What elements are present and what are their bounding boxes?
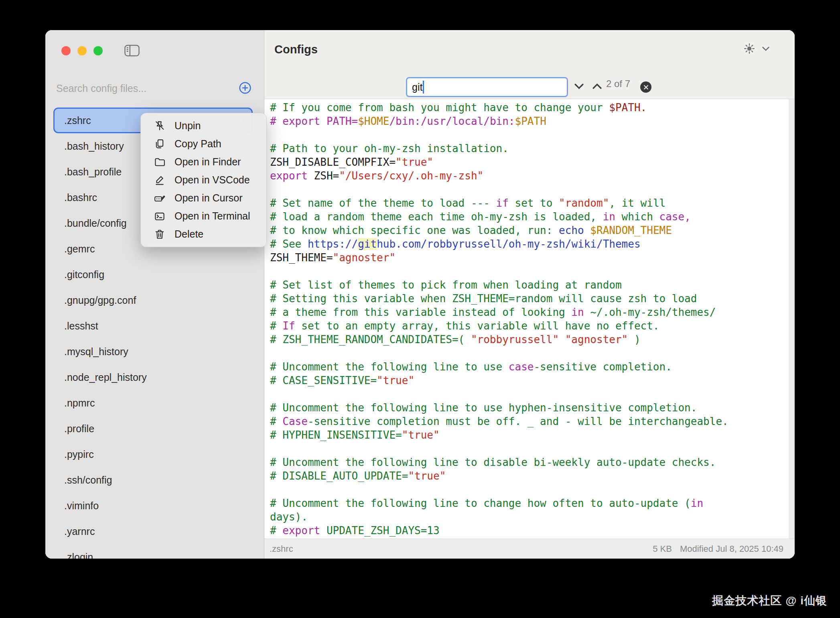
app-window: Search config files... .zshrc.bash_histo…: [45, 30, 795, 559]
sidebar-item-label: .viminfo: [64, 500, 99, 512]
sidebar-item-label: .zshrc: [64, 115, 91, 126]
menu-item-label: Unpin: [174, 120, 201, 132]
code-editor[interactable]: # If you come from bash you might have t…: [264, 99, 789, 539]
find-query-text: git: [412, 81, 422, 93]
sidebar-item-yarnrc[interactable]: .yarnrc: [53, 518, 253, 544]
sidebar-item-label: .bundle/config: [64, 218, 127, 229]
code-line: # Setting this variable when ZSH_THEME=r…: [270, 292, 789, 305]
code-line: # HYPHEN_INSENSITIVE="true": [270, 428, 789, 442]
code-line: # If set to an empty array, this variabl…: [270, 319, 789, 333]
code-line: # If you come from bash you might have t…: [270, 101, 789, 114]
sidebar-item-zlogin[interactable]: .zlogin: [53, 544, 253, 559]
code-line: export ZSH="/Users/cxy/.oh-my-zsh": [270, 169, 789, 183]
page-title: Configs: [274, 30, 318, 69]
sidebar-item-ssh-config[interactable]: .ssh/config: [53, 467, 253, 493]
search-match-highlight: git: [358, 238, 377, 250]
watermark: 掘金技术社区 @ i仙银: [712, 593, 827, 608]
find-close-button[interactable]: [640, 81, 651, 93]
code-line: [270, 264, 789, 278]
code-line: # export UPDATE_ZSH_DAYS=13: [270, 524, 789, 537]
code-line: [270, 442, 789, 455]
sidebar-item-label: .gemrc: [64, 243, 95, 255]
text-caret: [423, 81, 424, 94]
sidebar-item-label: .bash_profile: [64, 166, 122, 178]
code-line: # a theme from this variable instead of …: [270, 305, 789, 319]
sidebar-item-node-repl-history[interactable]: .node_repl_history: [53, 364, 253, 390]
match-count: 2 of 7: [606, 69, 630, 99]
code-line: [270, 387, 789, 401]
sidebar-item-pypirc[interactable]: .pypirc: [53, 441, 253, 467]
screen: Search config files... .zshrc.bash_histo…: [0, 0, 840, 618]
sidebar-item-lesshst[interactable]: .lesshst: [53, 313, 253, 339]
code-line: # Set list of themes to pick from when l…: [270, 278, 789, 292]
code-line: # Path to your oh-my-zsh installation.: [270, 142, 789, 155]
appearance-menu-button[interactable]: [743, 43, 771, 55]
chevron-down-icon: [762, 46, 770, 53]
menu-item-open-in-cursor[interactable]: Open in Cursor: [141, 189, 266, 207]
code-line: # Uncomment the following line to use hy…: [270, 401, 789, 415]
menu-item-delete[interactable]: Delete: [141, 225, 266, 243]
sidebar-item-label: .ssh/config: [64, 474, 112, 486]
sun-icon: [743, 43, 755, 56]
content-pane: Configs: [264, 30, 795, 559]
code-line: # CASE_SENSITIVE="true": [270, 374, 789, 387]
sidebar-item-profile[interactable]: .profile: [53, 416, 253, 441]
find-bar: git 2 of 7: [264, 69, 795, 99]
sidebar-item-label: .profile: [64, 423, 94, 435]
status-modified: Modified Jul 8, 2025 10:49: [680, 544, 783, 554]
code-line: # ZSH_THEME_RANDOM_CANDIDATES=( "robbyru…: [270, 333, 789, 346]
code-line: # Uncomment the following line to use ca…: [270, 360, 789, 374]
menu-item-open-in-vscode[interactable]: Open in VSCode: [141, 171, 266, 189]
menu-item-open-in-terminal[interactable]: Open in Terminal: [141, 207, 266, 225]
traffic-zoom-button[interactable]: [93, 46, 103, 55]
menu-item-open-in-finder[interactable]: Open in Finder: [141, 153, 266, 171]
scrollbar[interactable]: [789, 99, 795, 539]
sidebar-item-label: .zlogin: [64, 551, 93, 559]
code-line: # to know which specific one was loaded,…: [270, 224, 789, 237]
code-line: [270, 183, 789, 196]
code-line: days).: [270, 510, 789, 524]
sidebar-item-npmrc[interactable]: .npmrc: [53, 390, 253, 416]
menu-item-label: Open in Terminal: [174, 210, 250, 222]
sidebar-item-label: .node_repl_history: [64, 372, 147, 383]
status-file-size: 5 KB: [653, 544, 672, 554]
sidebar-item-label: .pypirc: [64, 449, 94, 460]
sidebar-item-label: .bashrc: [64, 192, 97, 203]
status-bar: .zshrc 5 KB Modified Jul 8, 2025 10:49: [264, 539, 795, 559]
delete-icon: [153, 228, 166, 241]
sidebar-item-viminfo[interactable]: .viminfo: [53, 493, 253, 518]
sidebar-item-gnupg-gpg-conf[interactable]: .gnupg/gpg.conf: [53, 287, 253, 313]
sidebar-item-label: .yarnrc: [64, 526, 95, 537]
find-previous-button[interactable]: [588, 78, 606, 94]
code-line: # export PATH=$HOME/bin:/usr/local/bin:$…: [270, 114, 789, 128]
menu-item-label: Delete: [174, 228, 203, 240]
code-line: # DISABLE_AUTO_UPDATE="true": [270, 469, 789, 483]
menu-item-label: Open in Cursor: [174, 192, 243, 204]
menu-item-unpin[interactable]: Unpin: [141, 117, 266, 135]
find-next-button[interactable]: [570, 78, 588, 94]
traffic-minimize-button[interactable]: [77, 46, 87, 55]
code-line: # Uncomment the following line to disabl…: [270, 455, 789, 469]
sidebar-toggle-icon[interactable]: [123, 43, 141, 58]
code-line: # Uncomment the following line to change…: [270, 496, 789, 510]
cursor-icon: [153, 191, 166, 205]
menu-item-label: Open in Finder: [174, 156, 241, 168]
code-line: [270, 346, 789, 360]
add-config-button[interactable]: [238, 81, 252, 95]
code-line: [270, 128, 789, 142]
sidebar-search-input[interactable]: Search config files...: [56, 81, 233, 95]
terminal-icon: [153, 209, 166, 223]
sidebar-item-label: .npmrc: [64, 397, 95, 409]
sidebar-item-label: .gitconfig: [64, 269, 104, 281]
code-line: ZSH_THEME="agnoster": [270, 251, 789, 264]
menu-item-label: Open in VSCode: [174, 174, 250, 186]
finder-icon: [153, 155, 166, 169]
sidebar-item-mysql-history[interactable]: .mysql_history: [53, 339, 253, 364]
sidebar-item-gitconfig[interactable]: .gitconfig: [53, 262, 253, 287]
context-menu: UnpinCopy PathOpen in FinderOpen in VSCo…: [140, 113, 267, 247]
menu-item-copy-path[interactable]: Copy Path: [141, 135, 266, 153]
find-input[interactable]: git: [406, 77, 568, 97]
menu-item-label: Copy Path: [174, 138, 221, 150]
sidebar: Search config files... .zshrc.bash_histo…: [45, 30, 264, 559]
traffic-close-button[interactable]: [61, 46, 71, 55]
